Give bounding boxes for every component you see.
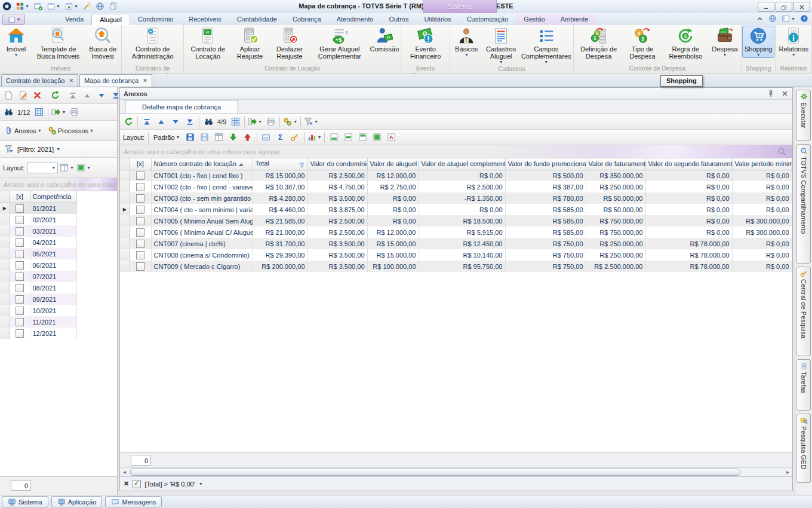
column-header-numero-contrato-de-locacao[interactable]: Número contrato de locação [151, 158, 253, 170]
checkbox[interactable] [136, 206, 144, 214]
competencia-cell[interactable]: 09/2021 [30, 293, 76, 305]
checkbox-cell[interactable] [130, 170, 151, 181]
cell-valor-do-condominio[interactable]: R$ 2.500,00 [307, 215, 367, 227]
search-icon[interactable] [777, 147, 786, 156]
status-button-mensagens[interactable]: Mensagens [105, 496, 162, 507]
cell-valor-do-condominio[interactable]: R$ 3.500,00 [307, 261, 367, 272]
ribbon-button-campos-complementares[interactable]: Campos Complementares▼ [520, 26, 573, 65]
qat-copy-button[interactable] [108, 1, 118, 11]
competencia-cell[interactable]: 07/2021 [30, 271, 76, 282]
checkbox[interactable] [16, 295, 24, 304]
ribbon-tab-venda[interactable]: Venda [57, 14, 91, 25]
ribbon-button-gerar-aluguel-complementar[interactable]: Gerar Aluguel Complementar [310, 26, 369, 61]
ribbon-button-definicao-de-despesa[interactable]: Definição de Despesa [574, 26, 623, 61]
layout-fill-button[interactable]: ▼ [76, 162, 91, 174]
save-layout-button[interactable] [184, 131, 197, 143]
cell-valor-de-faturamento[interactable]: R$ 750.000,00 [586, 215, 645, 227]
horizontal-scrollbar[interactable]: ◄ ► [120, 467, 792, 476]
cell-numero-contrato-de-locacao[interactable]: CNT001 (cto - fixo | cond fixo ) [151, 170, 253, 181]
ribbon-button-shopping[interactable]: Shopping▼ [742, 26, 775, 58]
checkbox-cell[interactable] [10, 203, 30, 214]
qat-web-button[interactable] [95, 1, 105, 11]
cell-valor-periodo-minimo[interactable]: R$ 300.000,00 [732, 227, 792, 238]
scrollbar-thumb[interactable] [130, 469, 740, 476]
checkbox[interactable] [136, 194, 144, 203]
cell-valor-de-aluguel-complementar[interactable]: R$ 2.500,00 [419, 181, 505, 192]
cell-valor-de-faturamento[interactable]: R$ 350.000,00 [586, 170, 645, 181]
export-layout-button[interactable] [241, 131, 254, 143]
checkbox-cell[interactable] [10, 225, 30, 237]
cell-total[interactable]: R$ 29.390,00 [253, 249, 307, 261]
side-tab-tarefas[interactable]: Tarefas [796, 359, 811, 411]
ribbon-button-evento-financeiro[interactable]: Evento Financeiro [402, 26, 449, 61]
cell-valor-do-segundo-faturamento[interactable]: R$ 0,00 [645, 227, 732, 238]
ribbon-tab-ambiente[interactable]: Ambiente [553, 14, 596, 25]
cell-valor-de-faturamento[interactable]: R$ 2.500.000,00 [586, 261, 645, 272]
list-item[interactable]: 10/2021 [0, 305, 76, 316]
cell-valor-do-condominio[interactable]: R$ 4.750,00 [307, 181, 367, 192]
application-menu-button[interactable]: ▼ [2, 14, 25, 25]
qat-win-plus-button[interactable] [33, 1, 43, 11]
ribbon-button-comissao[interactable]: Comissão [369, 26, 400, 54]
cell-valor-do-fundo-promocional[interactable]: R$ 500,00 [505, 170, 586, 181]
cell-valor-do-fundo-promocional[interactable]: R$ 585,00 [505, 204, 586, 215]
cell-valor-de-aluguel-complementar[interactable]: R$ 18.500,00 [419, 215, 505, 227]
checkbox-cell[interactable] [10, 259, 30, 271]
list-item[interactable]: 02/2021 [0, 214, 76, 225]
table-row[interactable]: ▶CNT004 ( cto - sem minimo | variavel)R$… [120, 204, 792, 215]
align-middle-button[interactable] [342, 131, 355, 143]
ribbon-tab-atendimento[interactable]: Atendimento [329, 14, 382, 25]
list-item[interactable]: 08/2021 [0, 282, 76, 293]
ribbon-tab-customizacao[interactable]: Customização [459, 14, 516, 25]
checkbox[interactable] [16, 307, 24, 315]
table-row[interactable]: CNT009 ( Mercado c Cigarro)R$ 200.000,00… [120, 261, 792, 272]
refresh-button[interactable] [122, 116, 135, 128]
cell-valor-do-fundo-promocional[interactable]: R$ 750,00 [505, 261, 586, 272]
side-tab-executar[interactable]: Executar [796, 90, 811, 141]
status-button-sistema[interactable]: Sistema [2, 496, 48, 507]
ribbon-tab-cobranca[interactable]: Cobrança [285, 14, 329, 25]
ribbon-button-busca-de-imoveis[interactable]: Busca de Imóveis [85, 26, 121, 61]
cell-valor-do-condominio[interactable]: R$ 3.875,00 [307, 204, 367, 215]
print-button[interactable] [67, 106, 81, 118]
first-record-button[interactable] [140, 116, 153, 128]
filter-button[interactable]: ▼ [303, 116, 319, 128]
cell-valor-de-aluguel[interactable]: R$ 12.000,00 [367, 227, 419, 238]
checkbox[interactable] [136, 172, 144, 180]
competencia-cell[interactable]: 05/2021 [30, 248, 76, 259]
table-row[interactable]: CNT005 ( Minimo Anual Sem Aluguel)R$ 21.… [120, 215, 792, 227]
checkbox[interactable] [16, 329, 24, 338]
import-layout-button[interactable] [227, 131, 240, 143]
checkbox-cell[interactable] [130, 204, 151, 215]
checkbox[interactable] [16, 318, 24, 326]
checkbox[interactable] [16, 227, 24, 235]
checkbox-cell[interactable] [130, 238, 151, 249]
column-chooser-button[interactable] [213, 131, 226, 143]
status-button-aplicacao[interactable]: Aplicação [51, 496, 103, 507]
layout-combo[interactable]: Padrão▼ [151, 131, 182, 143]
qat-win-run-button[interactable]: ▼ [64, 1, 79, 11]
panel-layout-button[interactable]: ▼ [782, 14, 795, 23]
ribbon-button-contrato-de-administracao[interactable]: Contrato de Administração [124, 26, 182, 61]
competencia-cell[interactable]: 06/2021 [30, 259, 76, 271]
minimize-button[interactable] [758, 2, 774, 12]
cell-valor-de-faturamento[interactable]: R$ 250.000,00 [586, 249, 645, 261]
active-filter-text[interactable]: [Total] > 'R$ 0,00' [144, 481, 195, 488]
cell-valor-do-condominio[interactable]: R$ 3.500,00 [307, 192, 367, 204]
cell-valor-periodo-minimo[interactable]: R$ 0,00 [732, 238, 792, 249]
scroll-left-arrow[interactable]: ◄ [120, 469, 129, 476]
checkbox[interactable] [16, 216, 24, 224]
filter-button[interactable] [2, 143, 15, 155]
cell-valor-de-aluguel-complementar[interactable]: -R$ 1.350,00 [419, 192, 505, 204]
checkbox-cell[interactable] [10, 214, 30, 225]
checkbox-cell[interactable] [130, 215, 151, 227]
chart-button[interactable]: ▼ [307, 131, 322, 143]
help-icon[interactable] [800, 14, 808, 23]
column-header-valor-de-aluguel-complementar[interactable]: Valor de aluguel complementar [419, 158, 505, 170]
qat-applauncher-button[interactable]: ▼ [15, 1, 30, 11]
close-button[interactable] [793, 2, 810, 12]
cell-valor-de-aluguel-complementar[interactable]: R$ 5.915,00 [419, 227, 505, 238]
cell-valor-do-fundo-promocional[interactable]: R$ 780,00 [505, 192, 586, 204]
cell-valor-de-aluguel[interactable]: R$ 12.000,00 [367, 170, 419, 181]
checkbox-cell[interactable] [10, 248, 30, 259]
